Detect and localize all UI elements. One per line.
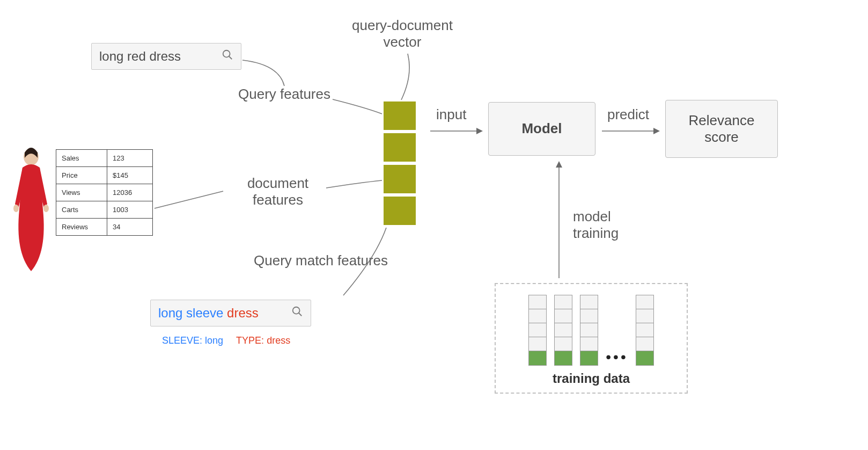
training-vector <box>580 295 598 366</box>
arrow-predict <box>601 125 660 137</box>
table-row: Views 12036 <box>56 184 153 201</box>
model-label: Model <box>521 120 562 137</box>
attr-key: SLEEVE: <box>162 335 202 346</box>
search-query-top: long red dress <box>99 49 181 64</box>
relevance-score-box: Relevance score <box>665 100 778 158</box>
svg-point-11 <box>293 307 300 314</box>
attr-val: dress <box>267 335 290 346</box>
search-query-bottom: long sleeve dress <box>158 306 259 321</box>
table-key: Carts <box>56 201 107 219</box>
table-key: Views <box>56 184 107 201</box>
label-query-features: Query features <box>225 86 343 103</box>
search-box-bottom: long sleeve dress <box>150 300 311 326</box>
label-predict: predict <box>607 106 649 123</box>
vector-block <box>384 133 416 162</box>
label-input: input <box>436 106 466 123</box>
svg-marker-3 <box>476 128 483 134</box>
query-term-blue: long sleeve <box>158 306 223 320</box>
table-val: 1003 <box>107 201 153 219</box>
svg-point-10 <box>43 205 49 212</box>
attr-key: TYPE: <box>236 335 264 346</box>
vector-block <box>384 101 416 130</box>
label-model-training: model training <box>573 208 643 242</box>
label-query-document-vector: query-document vector <box>333 17 472 50</box>
table-val: 12036 <box>107 184 153 201</box>
attr-type: TYPE: dress <box>236 335 290 346</box>
svg-marker-7 <box>556 161 562 168</box>
table-val: $145 <box>107 167 153 184</box>
arrow-model-training <box>553 161 565 279</box>
attr-val: long <box>205 335 223 346</box>
table-row: Sales 123 <box>56 150 153 167</box>
vector-block <box>384 165 416 193</box>
training-vector <box>636 295 654 366</box>
query-attributes: SLEEVE: long TYPE: dress <box>162 335 290 346</box>
relevance-label: Relevance score <box>675 112 768 146</box>
model-box: Model <box>488 102 595 156</box>
label-document-features: document features <box>224 175 332 208</box>
table-row: Reviews 34 <box>56 219 153 236</box>
search-icon <box>222 49 233 64</box>
product-image-dress <box>10 145 53 274</box>
training-data-caption: training data <box>509 371 674 386</box>
label-query-match-features: Query match features <box>235 252 407 269</box>
attr-sleeve: SLEEVE: long <box>162 335 223 346</box>
svg-line-1 <box>229 56 232 60</box>
vector-block <box>384 197 416 225</box>
table-key: Sales <box>56 150 107 167</box>
table-val: 34 <box>107 219 153 236</box>
training-vector <box>528 295 547 366</box>
table-row: Carts 1003 <box>56 201 153 219</box>
svg-line-12 <box>299 313 302 316</box>
search-box-top: long red dress <box>91 43 241 70</box>
feature-vector <box>384 101 416 225</box>
table-key: Price <box>56 167 107 184</box>
training-vector <box>554 295 572 366</box>
svg-point-0 <box>223 50 230 57</box>
training-data-panel: ••• training data <box>495 283 688 394</box>
table-key: Reviews <box>56 219 107 236</box>
search-icon <box>291 306 303 321</box>
table-row: Price $145 <box>56 167 153 184</box>
product-feature-table: Sales 123 Price $145 Views 12036 Carts 1… <box>56 149 153 236</box>
ellipsis-icon: ••• <box>606 349 628 366</box>
table-val: 123 <box>107 150 153 167</box>
arrow-input <box>429 125 483 137</box>
svg-marker-5 <box>653 128 660 134</box>
svg-point-9 <box>13 205 19 212</box>
query-term-red: dress <box>227 306 259 320</box>
